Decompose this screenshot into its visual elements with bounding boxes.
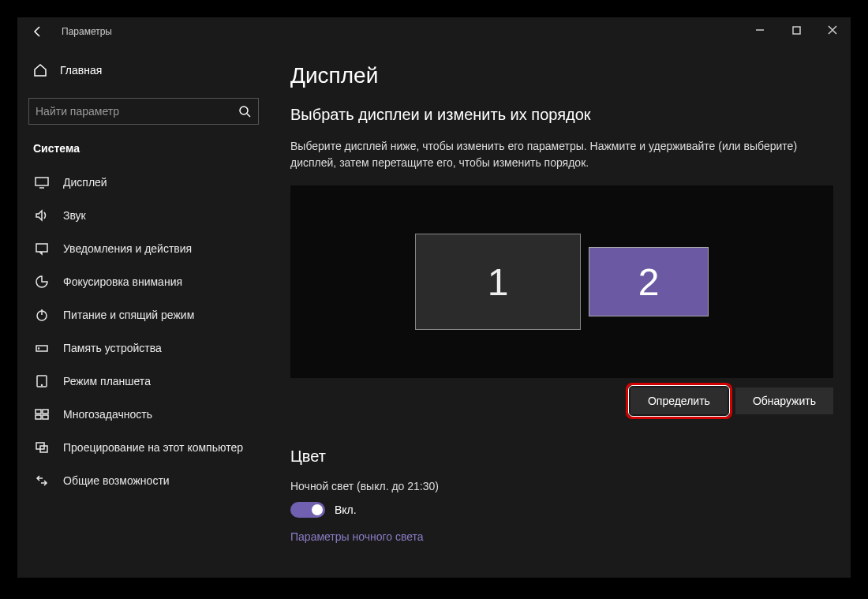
nav-label: Уведомления и действия (63, 242, 192, 255)
arrange-desc: Выберите дисплей ниже, чтобы изменить ег… (290, 138, 811, 171)
nav-list: Дисплей Звук Уведомления и действия Фоку… (28, 166, 270, 497)
sidebar-section-label: Система (28, 142, 270, 155)
nav-label: Дисплей (63, 176, 107, 189)
power-icon (35, 308, 49, 322)
multitask-icon (35, 407, 49, 421)
page-title: Дисплей (290, 63, 836, 88)
svg-rect-9 (36, 410, 41, 414)
svg-rect-12 (43, 415, 48, 419)
window-title: Параметры (62, 26, 112, 37)
toggle-knob (312, 504, 323, 515)
main-content: Дисплей Выбрать дисплеи и изменить их по… (270, 46, 851, 578)
nav-item-storage[interactable]: Память устройства (28, 331, 270, 365)
nav-label: Общие возможности (63, 474, 170, 487)
identify-button[interactable]: Определить (630, 387, 728, 414)
nav-item-sound[interactable]: Звук (28, 199, 270, 232)
shared-icon (35, 474, 49, 488)
nav-label: Питание и спящий режим (63, 309, 194, 321)
minimize-button[interactable] (742, 17, 778, 43)
notifications-icon (35, 241, 49, 256)
svg-rect-0 (793, 27, 800, 34)
nav-label: Многозадачность (63, 408, 152, 421)
maximize-button[interactable] (778, 17, 814, 43)
close-button[interactable] (814, 17, 851, 43)
search-input[interactable] (36, 105, 238, 118)
sound-icon (35, 208, 49, 223)
monitor-2[interactable]: 2 (589, 247, 709, 316)
nightlight-toggle[interactable] (290, 502, 325, 518)
nav-item-focus[interactable]: Фокусировка внимания (28, 265, 270, 298)
svg-rect-11 (36, 415, 41, 419)
nav-label: Фокусировка внимания (63, 275, 182, 288)
nav-item-multitask[interactable]: Многозадачность (28, 398, 270, 431)
svg-rect-2 (36, 178, 48, 185)
svg-point-8 (42, 385, 43, 386)
nav-item-notifications[interactable]: Уведомления и действия (28, 232, 270, 265)
display-icon (35, 175, 49, 189)
svg-point-1 (240, 107, 248, 114)
search-icon (238, 104, 252, 118)
home-icon (33, 63, 47, 77)
storage-icon (35, 341, 49, 355)
tablet-icon (35, 374, 49, 388)
focus-icon (35, 275, 49, 289)
nav-item-tablet[interactable]: Режим планшета (28, 365, 270, 398)
nav-item-projecting[interactable]: Проецирование на этот компьютер (28, 431, 270, 464)
nav-item-power[interactable]: Питание и спящий режим (28, 298, 270, 331)
nav-label: Режим планшета (63, 375, 151, 387)
nav-item-display[interactable]: Дисплей (28, 166, 270, 199)
projecting-icon (35, 440, 49, 455)
detect-button[interactable]: Обнаружить (735, 387, 833, 414)
sidebar-home[interactable]: Главная (28, 57, 270, 84)
arrange-title: Выбрать дисплеи и изменить их порядок (290, 106, 836, 124)
nav-label: Звук (63, 209, 86, 222)
nightlight-settings-link[interactable]: Параметры ночного света (290, 530, 836, 543)
search-box[interactable] (28, 98, 259, 125)
svg-point-6 (39, 348, 39, 349)
settings-window: Параметры Главная Система Дисплей (17, 17, 851, 578)
monitor-1[interactable]: 1 (415, 234, 581, 330)
titlebar: Параметры (17, 17, 851, 46)
color-title: Цвет (290, 447, 836, 466)
nav-label: Проецирование на этот компьютер (63, 441, 243, 454)
nav-item-shared[interactable]: Общие возможности (28, 464, 270, 497)
sidebar: Главная Система Дисплей Звук Уведомле (17, 46, 270, 578)
toggle-state-label: Вкл. (335, 504, 357, 516)
svg-rect-10 (43, 410, 48, 414)
nav-label: Память устройства (63, 342, 162, 354)
nightlight-label: Ночной свет (выкл. до 21:30) (290, 480, 836, 492)
back-button[interactable] (25, 19, 51, 44)
monitor-arrangement-area[interactable]: 1 2 (290, 185, 833, 378)
sidebar-home-label: Главная (60, 64, 102, 77)
svg-rect-3 (36, 244, 47, 252)
